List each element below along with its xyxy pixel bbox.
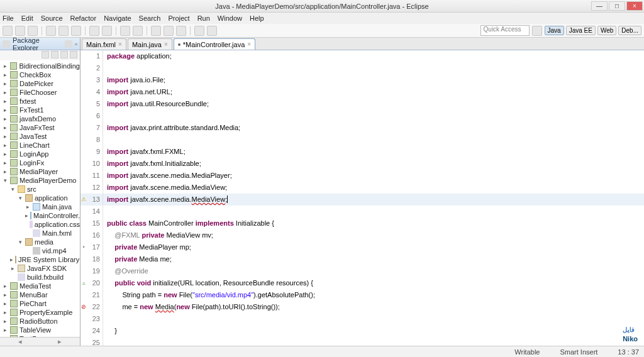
code-line[interactable]: ⊘22 me = new Media(new File(path).toURI(… — [80, 301, 644, 313]
tree-item-datepicker[interactable]: ▸DatePicker — [0, 79, 80, 88]
tree-item-fxtest[interactable]: ▸fxtest — [0, 97, 80, 106]
perspective-java[interactable]: Java — [545, 26, 564, 35]
tree-item-javatest[interactable]: ▸JavaTest — [0, 132, 80, 141]
tree-twistie-icon[interactable]: ▾ — [10, 186, 16, 192]
tree-twistie-icon[interactable]: ▸ — [3, 63, 8, 69]
tree-twistie-icon[interactable]: ▾ — [18, 239, 23, 245]
code-line[interactable]: 19 @Override — [80, 265, 644, 277]
tree-twistie-icon[interactable]: ▸ — [3, 151, 8, 157]
tree-item-loginfx[interactable]: ▸LoginFx — [0, 158, 80, 167]
tree-twistie-icon[interactable]: ▸ — [3, 124, 8, 131]
code-line[interactable]: ▵20 public void initialize(URL location,… — [80, 277, 644, 289]
tree-item-main-fxml[interactable]: Main.fxml — [0, 229, 80, 238]
tree-twistie-icon[interactable]: ▸ — [10, 256, 13, 263]
scroll-left-icon[interactable]: ◂ — [0, 338, 40, 346]
perspective-java-ee[interactable]: Java EE — [566, 26, 596, 35]
tree-twistie-icon[interactable]: ▸ — [3, 98, 8, 104]
tab-main-fxml[interactable]: Main.fxml× — [82, 38, 126, 50]
tree-item-javafxdemo[interactable]: ▸javafxDemo — [0, 114, 80, 123]
code-line[interactable]: •17 private MediaPlayer mp; — [80, 241, 644, 253]
perspective-web[interactable]: Web — [597, 26, 616, 35]
tree-item-menubar[interactable]: ▸MenuBar — [0, 290, 80, 299]
run-last-button[interactable] — [71, 26, 81, 36]
tree-item-jre-system-library-javase-1-8-[interactable]: ▸JRE System Library [JavaSE-1.8] — [0, 255, 80, 264]
save-all-button[interactable] — [28, 26, 38, 36]
tree-item-application[interactable]: ▾application — [0, 194, 80, 202]
tree-item-tableview[interactable]: ▸TableView — [0, 326, 80, 334]
tree-twistie-icon[interactable]: ▸ — [3, 116, 8, 122]
code-editor[interactable]: 1package application;23import java.io.Fi… — [80, 50, 644, 346]
menu-refactor[interactable]: Refactor — [70, 14, 97, 22]
tree-twistie-icon[interactable]: ▸ — [3, 309, 8, 316]
tree-item-radiobutton[interactable]: ▸RadioButton — [0, 317, 80, 326]
tree-item-vid-mp4[interactable]: vid.mp4 — [0, 246, 80, 255]
code-line[interactable]: 2 — [80, 62, 644, 74]
tree-twistie-icon[interactable]: ▸ — [3, 327, 8, 333]
code-line[interactable]: 11import javafx.scene.media.MediaPlayer; — [80, 170, 644, 182]
tree-item-maincontroller-java[interactable]: ▸MainController.java — [0, 211, 80, 220]
tree-twistie-icon[interactable]: ▸ — [3, 133, 8, 140]
menu-edit[interactable]: Edit — [21, 14, 33, 22]
code-line[interactable]: 4import java.net.URL; — [80, 86, 644, 98]
tab-close-icon[interactable]: × — [164, 41, 168, 48]
tree-item-propertyexample[interactable]: ▸PropertyExample — [0, 308, 80, 317]
debug-button[interactable] — [46, 26, 56, 36]
perspective-deb-[interactable]: Deb... — [618, 26, 641, 35]
tree-twistie-icon[interactable]: ▸ — [25, 204, 31, 210]
open-perspective-button[interactable] — [532, 26, 542, 36]
collapse-all-icon[interactable] — [42, 51, 49, 58]
tree-item-mediaplayerdemo[interactable]: ▾MediaPlayerDemo — [0, 176, 80, 185]
tree-item-main-java[interactable]: ▸Main.java — [0, 202, 80, 211]
tree-item-piechart[interactable]: ▸PieChart — [0, 299, 80, 308]
tree-item-bidirectionalbinding[interactable]: ▸BidirectionalBinding — [0, 62, 80, 70]
code-line[interactable]: 3import java.io.File; — [80, 74, 644, 86]
code-line[interactable]: 12import javafx.scene.media.MediaView; — [80, 182, 644, 194]
code-line[interactable]: 1package application; — [80, 50, 644, 62]
link-editor-icon[interactable] — [51, 51, 58, 58]
tree-item-mediatest[interactable]: ▸MediaTest — [0, 282, 80, 290]
code-line[interactable]: 25 — [80, 337, 644, 346]
tab-main-java[interactable]: Main.java× — [128, 38, 172, 50]
prev-annotation-button[interactable] — [176, 26, 186, 36]
code-line[interactable]: 9import javafx.fxml.FXML; — [80, 146, 644, 158]
back-button[interactable] — [194, 26, 204, 36]
menu-help[interactable]: Help — [250, 14, 264, 22]
tab-close-icon[interactable]: × — [247, 41, 251, 48]
tree-twistie-icon[interactable]: ▸ — [10, 265, 16, 272]
code-line[interactable]: ⚠13import javafx.scene.media.MediaView; — [80, 194, 644, 206]
toggle-mark-button[interactable] — [151, 26, 161, 36]
menu-project[interactable]: Project — [168, 14, 189, 22]
tree-item-filechooser[interactable]: ▸FileChooser — [0, 88, 80, 97]
tree-twistie-icon[interactable]: ▸ — [3, 80, 8, 87]
focus-task-icon[interactable] — [60, 51, 68, 58]
tree-twistie-icon[interactable]: ▸ — [3, 292, 8, 298]
minimize-button[interactable]: — — [591, 1, 608, 11]
code-line[interactable]: 23 — [80, 313, 644, 325]
project-tree[interactable]: ▸BidirectionalBinding▸CheckBox▸DatePicke… — [0, 60, 80, 337]
tree-twistie-icon[interactable]: ▸ — [3, 283, 8, 289]
tree-item-src[interactable]: ▾src — [0, 185, 80, 194]
tree-twistie-icon[interactable]: ▸ — [3, 168, 8, 175]
close-button[interactable]: × — [626, 1, 643, 11]
maximize-button[interactable]: □ — [609, 1, 625, 11]
code-line[interactable]: 7import javax.print.attribute.standard.M… — [80, 122, 644, 134]
code-line[interactable]: 8 — [80, 134, 644, 146]
tree-twistie-icon[interactable]: ▸ — [3, 318, 8, 324]
tree-item-loginapp[interactable]: ▸LoginApp — [0, 150, 80, 158]
tab-maincontroller-java[interactable]: *MainController.java× — [174, 38, 255, 50]
tree-item-javafx-sdk[interactable]: ▸JavaFX SDK — [0, 264, 80, 273]
tree-twistie-icon[interactable]: ▸ — [3, 142, 8, 148]
tree-item-application-css[interactable]: application.css — [0, 220, 80, 229]
tree-twistie-icon[interactable]: ▸ — [3, 160, 8, 166]
code-line[interactable]: 24 } — [80, 325, 644, 337]
new-button[interactable] — [3, 26, 13, 36]
quick-access-input[interactable]: Quick Access — [480, 25, 530, 36]
tree-twistie-icon[interactable]: ▸ — [3, 72, 8, 78]
code-line[interactable]: 16 @FXML private MediaView mv; — [80, 229, 644, 241]
code-line[interactable]: 10import javafx.fxml.Initializable; — [80, 158, 644, 170]
tree-item-mediaplayer[interactable]: ▸MediaPlayer — [0, 167, 80, 176]
open-type-button[interactable] — [120, 26, 130, 36]
scroll-right-icon[interactable]: ▸ — [40, 338, 80, 346]
tree-item-javafxtest[interactable]: ▸JavaFxTest — [0, 123, 80, 132]
forward-button[interactable] — [207, 26, 217, 36]
